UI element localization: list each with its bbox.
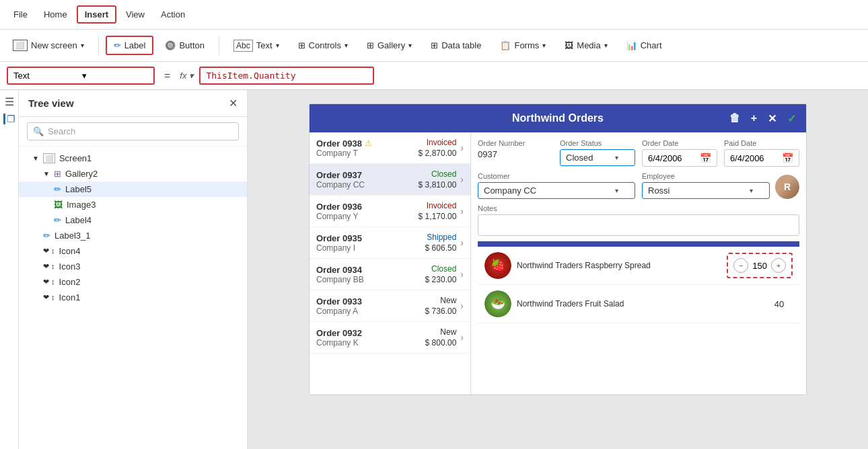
formula-dropdown[interactable]: Text ▾ [7,67,155,85]
order-number-0935: Order 0935 [316,233,425,243]
menu-view[interactable]: View [119,7,151,22]
tree-item-gallery2[interactable]: ▼ ⊞ Gallery2 [19,166,247,181]
formula-dropdown-value: Text [13,71,79,81]
tree-search-area: 🔍 [19,117,247,147]
order-date-input[interactable]: 6/4/2006 📅 [642,149,717,167]
controls-chevron-icon: ▾ [345,42,348,49]
order-item-0933[interactable]: Order 0933 Company A New $ 736.00 › [310,290,470,322]
tree-item-icon3[interactable]: ❤ ↕ Icon3 [19,259,247,274]
menu-action[interactable]: Action [154,7,192,22]
data-table-button[interactable]: ⊞ Data table [423,36,489,54]
product-qty-box-0[interactable]: − 150 + [727,253,793,278]
menu-file[interactable]: File [7,7,34,22]
tree-item-label-icon1: Icon1 [59,292,238,302]
new-screen-button[interactable]: ⬜ New screen ▾ [5,36,92,55]
chart-button[interactable]: 📊 Chart [619,36,670,54]
sidebar-toggle: ☰ ❐ [0,90,19,449]
order-right-0936: Invoiced $ 1,170.00 [419,201,457,221]
canvas-area: Northwind Orders 🗑 + ✕ ✓ Order 0938 [248,90,868,449]
tree-item-icon2[interactable]: ❤ ↕ Icon2 [19,274,247,290]
tree-panel: Tree view ✕ 🔍 ▼ ⬜ Screen1 ▼ ⊞ Gallery2 [19,90,248,449]
tree-item-image3[interactable]: 🖼 Image3 [19,197,247,212]
product-qty-1: 40 [766,299,793,309]
order-item-0938[interactable]: Order 0938 ⚠ Company T Invoiced $ 2,870.… [310,132,470,164]
tree-items: ▼ ⬜ Screen1 ▼ ⊞ Gallery2 ✏ Label5 🖼 I [19,147,247,449]
gallery-button[interactable]: ⊞ Gallery ▾ [359,36,419,54]
tree-close-button[interactable]: ✕ [229,97,238,110]
chart-icon: 📊 [626,40,637,50]
tree-item-icon4[interactable]: ❤ ↕ Icon4 [19,243,247,259]
order-status-label: Order Status [560,139,635,147]
order-status-select-value: Closed [566,153,593,163]
menubar: File Home Insert View Action [0,0,868,30]
formula-fx-btn[interactable]: fx ▾ [180,71,194,81]
checkmark-icon[interactable]: ✓ [784,111,799,126]
controls-button[interactable]: ⊞ Controls ▾ [291,36,355,54]
product-name-0: Northwind Traders Raspberry Spread [517,261,721,270]
tree-item-label5[interactable]: ✏ Label5 [19,181,247,197]
media-icon: 🖼 [565,40,573,50]
order-right-0933: New $ 736.00 [425,296,457,316]
app-canvas: Northwind Orders 🗑 + ✕ ✓ Order 0938 [309,104,807,395]
menu-home[interactable]: Home [37,7,74,22]
media-button[interactable]: 🖼 Media ▾ [557,36,614,54]
button-tool-icon: 🔘 [165,40,176,50]
search-icon: 🔍 [33,126,44,136]
order-item-0934[interactable]: Order 0934 Company BB Closed $ 230.00 › [310,259,470,290]
order-status-0933: New [425,296,457,305]
customer-select[interactable]: Company CC ▾ [478,182,635,199]
tree-item-screen1[interactable]: ▼ ⬜ Screen1 [19,151,247,166]
order-item-0935[interactable]: Order 0935 Company I Shipped $ 606.50 › [310,227,470,259]
order-date-value: 6/4/2006 [648,153,682,163]
order-amount-0937: $ 3,810.00 [419,180,457,190]
tree-item-label4[interactable]: ✏ Label4 [19,212,247,228]
order-chevron-0934: › [460,269,464,280]
fx-chevron: ▾ [189,71,194,81]
qty-decrement-0[interactable]: − [733,258,748,273]
order-chevron-0932: › [460,332,464,343]
customer-label: Customer [478,172,635,180]
tree-item-label3-1[interactable]: ✏ Label3_1 [19,228,247,243]
tree-item-icon1[interactable]: ❤ ↕ Icon1 [19,290,247,305]
forms-button[interactable]: 📋 Forms ▾ [493,36,553,54]
layers-icon[interactable]: ❐ [3,114,15,124]
tree-item-label-icon3: Icon3 [59,261,238,272]
search-input[interactable] [48,126,233,136]
hamburger-icon[interactable]: ☰ [5,95,14,108]
order-chevron-0937: › [460,174,464,185]
order-chevron-0936: › [460,206,464,216]
order-item-0932[interactable]: Order 0932 Company K New $ 800.00 › [310,322,470,354]
employee-select[interactable]: Rossi ▾ [642,182,770,199]
order-right-0934: Closed $ 230.00 [425,264,457,284]
paid-date-input[interactable]: 6/4/2006 📅 [724,149,799,167]
customer-field: Customer Company CC ▾ [478,172,635,199]
employee-label: Employee [642,172,770,180]
menu-insert[interactable]: Insert [77,5,116,24]
button-tool-button[interactable]: 🔘 Button [157,36,212,54]
notes-input[interactable] [478,214,799,236]
order-amount-0936: $ 1,170.00 [419,212,457,221]
paid-cal-icon: 📅 [782,153,793,163]
order-status-select[interactable]: Closed ▾ [560,149,635,166]
formula-dropdown-chevron: ▾ [82,71,148,81]
close-header-icon[interactable]: ✕ [764,111,780,126]
tree-item-label-gallery2: Gallery2 [65,169,238,179]
text-button[interactable]: Abc Text ▾ [226,36,287,56]
employee-select-value: Rossi [648,186,670,196]
formula-input[interactable]: ThisItem.Quantity [199,67,374,85]
qty-increment-0[interactable]: + [771,258,786,273]
add-icon[interactable]: + [748,111,760,126]
paid-date-value: 6/4/2006 [730,153,764,163]
employee-select-wrap: Employee Rossi ▾ [642,172,770,199]
order-info-0935: Order 0935 Company I [316,233,425,253]
order-item-0936[interactable]: Order 0936 Company Y Invoiced $ 1,170.00… [310,196,470,227]
products-header-bar [478,241,799,247]
order-item-0937[interactable]: Order 0937 Company CC Closed $ 3,810.00 … [310,164,470,196]
label-button[interactable]: ✏ Label [106,36,154,55]
detail-row-2: Customer Company CC ▾ Employee Rossi [478,172,799,199]
toggle-icon: ▼ [43,170,50,177]
button-tool-label: Button [179,40,205,50]
qty-controls-0: − 150 + [733,258,786,273]
trash-icon[interactable]: 🗑 [726,111,744,126]
order-info-0938: Order 0938 ⚠ Company T [316,138,419,158]
